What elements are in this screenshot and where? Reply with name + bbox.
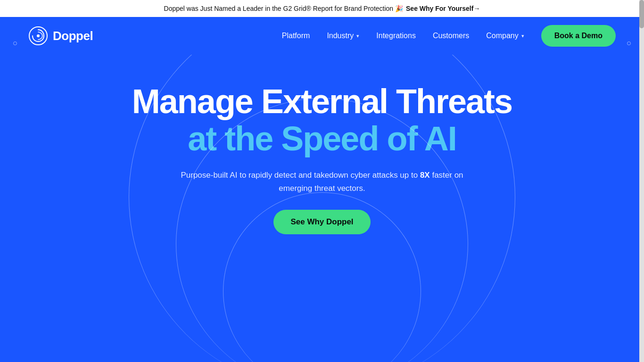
nav-item-customers[interactable]: Customers: [433, 32, 469, 40]
chevron-down-icon: ▾: [356, 33, 359, 39]
nav-item-company[interactable]: Company ▾: [486, 32, 524, 40]
chevron-down-icon-company: ▾: [521, 33, 524, 39]
nav-item-integrations[interactable]: Integrations: [376, 32, 416, 40]
svg-point-1: [37, 34, 40, 37]
announcement-bar: Doppel was Just Named a Leader in the G2…: [0, 0, 644, 17]
book-demo-button[interactable]: Book a Demo: [541, 25, 616, 47]
navbar: Doppel Platform Industry ▾ Integrations …: [0, 17, 644, 55]
logo-icon: [28, 26, 48, 46]
see-why-doppel-button[interactable]: See Why Doppel: [273, 210, 370, 234]
hero-section: Manage External Threats at the Speed of …: [0, 55, 644, 362]
nav-item-platform[interactable]: Platform: [282, 32, 310, 40]
scrollbar-thumb[interactable]: [639, 0, 644, 28]
dot-right-decoration: [627, 41, 631, 45]
announcement-text: Doppel was Just Named a Leader in the G2…: [164, 5, 403, 12]
scrollbar-track[interactable]: [639, 0, 644, 362]
nav-links: Platform Industry ▾ Integrations Custome…: [282, 25, 616, 47]
dot-left-decoration: [13, 41, 17, 45]
logo[interactable]: Doppel: [28, 26, 93, 46]
announcement-cta[interactable]: See Why For Yourself→: [406, 5, 480, 12]
logo-text: Doppel: [53, 29, 93, 43]
nav-item-industry[interactable]: Industry ▾: [327, 32, 359, 40]
